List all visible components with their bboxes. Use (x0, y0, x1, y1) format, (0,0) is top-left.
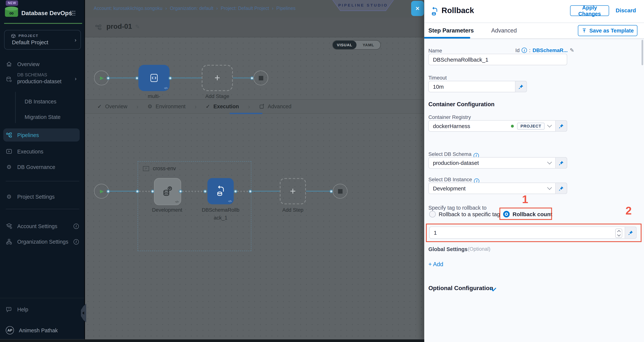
stage-tab-bar: ✓ Overview › ⚙ Environment › ✓ Execution… (85, 99, 424, 114)
app-switcher-icon[interactable] (70, 10, 75, 16)
pipeline-end-node[interactable] (254, 70, 268, 85)
step-label[interactable]: Development (151, 206, 184, 214)
app-title: Database DevOps (21, 10, 72, 16)
radio-specific-tag-label[interactable]: Rollback to a specific tag (438, 211, 500, 218)
sidebar-divider (0, 298, 84, 298)
chevron-down-icon[interactable] (547, 123, 552, 127)
save-as-template-button[interactable]: Save as Template (578, 25, 638, 36)
sidebar-item-migration-state[interactable]: Migration State (25, 113, 60, 121)
step-label[interactable]: DBSchemaRollback_1 (202, 206, 240, 222)
sidebar-item-executions[interactable]: Executions (6, 147, 43, 155)
step-node-dbschemarollback[interactable]: </> (208, 178, 234, 204)
visual-yaml-toggle[interactable]: VISUAL YAML (332, 40, 381, 50)
sidebar-item-help[interactable]: ? Help (6, 305, 28, 314)
count-pin-toggle[interactable] (625, 226, 637, 239)
optional-config-toggle[interactable]: Optional Configuration (428, 285, 493, 291)
toggle-yaml[interactable]: YAML (356, 41, 380, 49)
tab-environment[interactable]: Environment (156, 103, 186, 110)
stepper-down-icon[interactable] (617, 233, 621, 237)
sidebar-item-label: DB Instances (25, 98, 56, 104)
sidebar-item-account-settings[interactable]: Account Settings i (6, 222, 79, 230)
executions-icon (6, 148, 12, 155)
db-schema-select[interactable]: production-dataset (428, 157, 556, 169)
sidebar-item-db-governance[interactable]: ⚙ DB Governance (6, 163, 55, 171)
status-dot (511, 124, 514, 127)
instance-pin-toggle[interactable] (556, 183, 567, 194)
edit-pencil-icon[interactable]: ✎ (570, 47, 574, 53)
user-name: Animesh Pathak (19, 327, 58, 334)
panel-scrollbar[interactable] (642, 40, 643, 65)
breadcrumb-project[interactable]: Project: Default Project (221, 6, 269, 11)
rollback-count-input[interactable]: 1 (429, 226, 625, 239)
sidebar-item-label: Overview (17, 61, 40, 67)
home-icon (6, 61, 12, 67)
sidebar-item-pipelines-content[interactable]: Pipelines (6, 131, 39, 139)
registry-pin-toggle[interactable] (556, 120, 567, 132)
connector-line (233, 77, 252, 78)
step-node-development[interactable]: </> (154, 178, 181, 205)
project-selector[interactable]: PROJECT Default Project › (4, 30, 81, 49)
registry-label: Container Registry (428, 114, 471, 120)
info-icon[interactable]: i (522, 48, 527, 53)
user-menu[interactable]: AP Animesh Pathak (6, 326, 58, 334)
db-instance-select[interactable]: Development (428, 183, 556, 194)
tab-advanced[interactable]: Advanced (491, 27, 517, 34)
tab-overview[interactable]: Overview (105, 103, 127, 110)
sidebar-item-label: Executions (17, 148, 43, 154)
add-step-label[interactable]: Add Step (280, 206, 306, 214)
sidebar-item-overview[interactable]: Overview (6, 60, 40, 68)
discard-button[interactable]: Discard (616, 7, 636, 14)
stop-icon (338, 189, 342, 193)
info-icon[interactable]: i (74, 223, 79, 229)
app-logo-icon: ∞ (5, 6, 18, 18)
sidebar-item-label: Migration State (25, 114, 60, 120)
sidebar-item-label: Pipelines (17, 132, 39, 138)
chevron-right-icon: › (75, 75, 76, 82)
db-deploy-icon (162, 185, 174, 198)
collapse-group-icon[interactable]: − (143, 166, 149, 171)
breadcrumb-organization[interactable]: Organization: default (170, 6, 213, 11)
sidebar-item-project-settings[interactable]: ⚙ Project Settings (6, 192, 55, 201)
number-stepper[interactable] (615, 229, 622, 238)
sidebar-item-db-schemas[interactable]: DB SCHEMAS production-dataset (6, 72, 62, 88)
radio-specific-tag[interactable] (429, 211, 436, 218)
connector-port (234, 189, 237, 193)
tab-execution[interactable]: Execution (214, 103, 239, 110)
pipeline-name: prod-01 (106, 22, 132, 31)
apply-changes-button[interactable]: Apply Changes (570, 5, 609, 16)
add-stage-button[interactable]: + (202, 65, 233, 91)
chevron-down-icon (547, 185, 552, 190)
chevron-right-icon: › (136, 103, 138, 110)
timeout-input[interactable]: 10m (428, 81, 516, 92)
chevron-right-icon: › (194, 103, 196, 110)
global-settings-optional: (Optional) (468, 246, 490, 252)
breadcrumb-pipelines[interactable]: Pipelines (276, 6, 296, 11)
execution-end-node[interactable] (333, 184, 348, 199)
check-icon: ✓ (97, 103, 102, 110)
sidebar-item-organization-settings[interactable]: Organization Settings i (6, 238, 79, 246)
stage-node-multi-environment[interactable]: </> (138, 65, 170, 91)
sidebar-item-label: DB Governance (17, 164, 55, 170)
breadcrumb: Account: kurosakiichigo.songoku› Organiz… (94, 6, 296, 11)
tab-advanced[interactable]: Advanced (268, 103, 291, 110)
global-settings-label: Global Settings (428, 246, 468, 252)
info-icon[interactable]: i (74, 239, 79, 244)
add-step-button[interactable]: + (280, 178, 306, 204)
upload-icon (582, 28, 587, 33)
add-global-setting-link[interactable]: + Add (428, 261, 443, 268)
scope-badge: PROJECT (517, 122, 544, 129)
sidebar-item-db-instances[interactable]: DB Instances (25, 97, 56, 105)
connector-line (182, 191, 204, 192)
step-group-cross-env[interactable]: − cross-env (138, 161, 251, 251)
name-input[interactable]: DBSchemaRollback_1 (428, 54, 567, 65)
schema-pin-toggle[interactable] (556, 157, 567, 169)
toggle-visual[interactable]: VISUAL (333, 41, 356, 49)
container-registry-input[interactable]: dockerHarness PROJECT (428, 120, 556, 132)
tab-step-parameters[interactable]: Step Parameters (428, 27, 474, 34)
breadcrumb-account[interactable]: Account: kurosakiichigo.songoku (94, 6, 162, 11)
timeout-pin-toggle[interactable] (516, 81, 527, 92)
edit-pencil-icon[interactable]: ✎ (135, 23, 140, 30)
avatar: AP (6, 326, 14, 334)
close-icon[interactable]: × (411, 1, 424, 16)
panel-title: Rollback (442, 6, 474, 15)
